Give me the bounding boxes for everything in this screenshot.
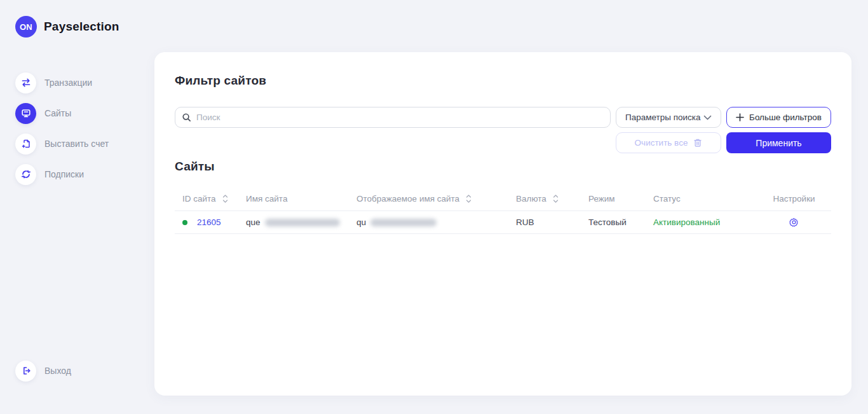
trash-icon (693, 138, 702, 148)
currency-cell: RUB (516, 217, 588, 227)
sites-title: Сайты (175, 160, 215, 174)
site-name-cell: que (246, 217, 356, 227)
status-cell: Активированный (653, 217, 764, 227)
plus-icon (736, 113, 744, 121)
logout-label: Выход (44, 366, 71, 376)
brand-name: Payselection (44, 20, 119, 34)
search-params-label: Параметры поиска (625, 113, 701, 122)
search-icon (182, 113, 191, 122)
column-header-status: Статус (653, 194, 764, 204)
search-box[interactable] (175, 107, 611, 128)
sidebar-item-transactions[interactable]: Транзакции (0, 67, 154, 98)
site-id-link[interactable]: 21605 (197, 217, 221, 227)
table-row: 21605 que qu RUB Тестовый Активированный (175, 211, 831, 234)
column-header-settings: Настройки (764, 194, 824, 204)
sidebar-item-label: Сайты (44, 108, 71, 118)
clear-all-button[interactable]: Очистить все (616, 132, 721, 153)
sort-icon[interactable] (466, 195, 471, 203)
redacted-site-name (265, 219, 340, 226)
invoice-document-plus-icon (15, 134, 36, 155)
table-header-row: ID сайта Имя сайта Отображаемое имя сайт… (175, 187, 831, 211)
sidebar-item-sites[interactable]: Сайты (0, 98, 154, 128)
display-name-cell: qu (356, 217, 516, 227)
sidebar-item-subscriptions[interactable]: Подписки (0, 159, 154, 190)
clear-all-label: Очистить все (635, 138, 688, 148)
sidebar-item-label: Транзакции (44, 78, 92, 88)
column-header-site-name: Имя сайта (246, 194, 356, 204)
gear-icon[interactable] (789, 217, 799, 228)
main-panel: Фильтр сайтов Параметры поиска Больше фи… (154, 52, 851, 396)
monitor-icon (15, 103, 36, 124)
logout-button[interactable]: Выход (0, 355, 154, 386)
logout-icon (15, 361, 36, 382)
on-logo-icon: ON (15, 16, 37, 38)
sidebar-item-invoice[interactable]: Выставить счет (0, 128, 154, 159)
sidebar-item-label: Выставить счет (44, 139, 109, 149)
sites-table: ID сайта Имя сайта Отображаемое имя сайт… (175, 187, 831, 234)
status-dot (182, 220, 187, 225)
sidebar-item-label: Подписки (44, 169, 84, 179)
sidebar: Транзакции Сайты Выставить счет Подписки (0, 67, 154, 190)
more-filters-button[interactable]: Больше фильтров (726, 107, 831, 128)
sort-icon[interactable] (553, 195, 559, 203)
site-name-visible: que (246, 217, 261, 227)
display-name-visible: qu (356, 217, 366, 227)
brand: ON Payselection (15, 16, 119, 38)
search-input[interactable] (196, 113, 604, 122)
filter-title: Фильтр сайтов (175, 74, 266, 88)
column-header-site-id[interactable]: ID сайта (175, 194, 246, 204)
column-header-currency[interactable]: Валюта (516, 194, 588, 204)
column-header-display-name[interactable]: Отображаемое имя сайта (356, 194, 516, 204)
settings-cell (764, 217, 824, 228)
more-filters-label: Больше фильтров (749, 113, 822, 122)
sidebar-logout: Выход (0, 355, 154, 386)
mode-cell: Тестовый (588, 217, 653, 227)
redacted-display-name (370, 219, 437, 226)
site-id-cell: 21605 (175, 217, 246, 227)
apply-button[interactable]: Применить (726, 132, 831, 153)
chevron-down-icon (703, 115, 712, 120)
column-header-mode: Режим (588, 194, 653, 204)
refresh-arrows-icon (15, 164, 36, 185)
swap-arrows-icon (15, 72, 36, 93)
sort-icon[interactable] (222, 195, 228, 203)
search-params-dropdown[interactable]: Параметры поиска (616, 107, 721, 128)
